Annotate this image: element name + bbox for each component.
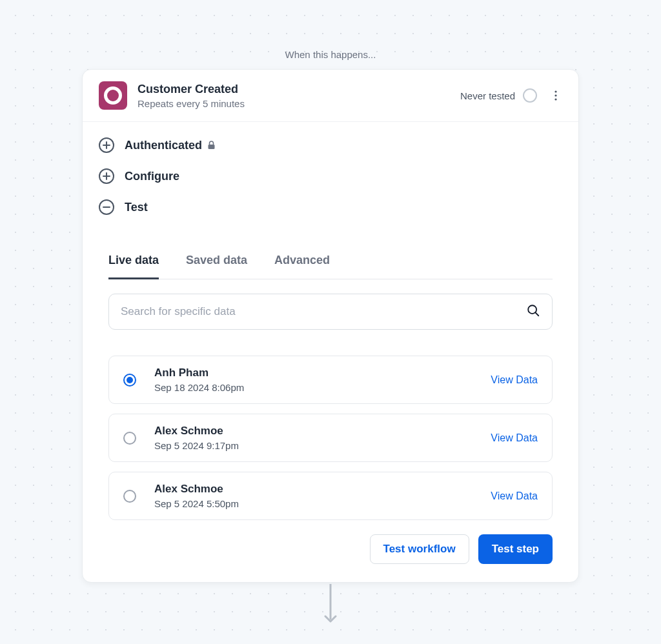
- view-data-link[interactable]: View Data: [491, 432, 538, 444]
- svg-rect-3: [208, 145, 215, 149]
- section-configure[interactable]: Configure: [83, 161, 578, 192]
- record-item[interactable]: Anh Pham Sep 18 2024 8:06pm View Data: [108, 356, 553, 404]
- section-authenticated[interactable]: Authenticated: [83, 130, 578, 161]
- header-texts: Customer Created Repeats every 5 minutes: [137, 83, 460, 109]
- search-input[interactable]: [121, 305, 526, 318]
- trigger-subtitle: Repeats every 5 minutes: [137, 98, 460, 109]
- minus-circle-icon: [99, 199, 114, 215]
- search-icon: [526, 303, 540, 320]
- search-wrap: [108, 294, 553, 330]
- svg-point-2: [554, 98, 556, 100]
- svg-point-1: [554, 94, 556, 96]
- test-workflow-button[interactable]: Test workflow: [370, 534, 469, 564]
- plus-circle-icon: [99, 137, 114, 153]
- record-list: Anh Pham Sep 18 2024 8:06pm View Data Al…: [108, 356, 553, 520]
- record-time: Sep 18 2024 8:06pm: [154, 382, 491, 393]
- lock-icon: [207, 141, 216, 150]
- plus-circle-icon: [99, 168, 114, 184]
- record-item[interactable]: Alex Schmoe Sep 5 2024 9:17pm View Data: [108, 414, 553, 462]
- test-step-button[interactable]: Test step: [478, 534, 553, 564]
- test-status-icon: [523, 88, 537, 103]
- trigger-card: Customer Created Repeats every 5 minutes…: [82, 69, 579, 583]
- canvas-label: When this happens...: [0, 0, 661, 69]
- kebab-icon: [554, 90, 557, 101]
- record-texts: Alex Schmoe Sep 5 2024 9:17pm: [154, 425, 491, 451]
- section-list: Authenticated Configure Test: [83, 122, 578, 228]
- section-label: Authenticated: [125, 139, 202, 152]
- record-time: Sep 5 2024 5:50pm: [154, 498, 491, 509]
- card-header: Customer Created Repeats every 5 minutes…: [83, 70, 578, 122]
- record-name: Anh Pham: [154, 367, 491, 379]
- svg-point-0: [554, 90, 556, 92]
- app-logo-icon: [99, 81, 127, 110]
- view-data-link[interactable]: View Data: [491, 374, 538, 386]
- arrow-down-icon: [323, 584, 338, 625]
- record-name: Alex Schmoe: [154, 425, 491, 438]
- record-radio[interactable]: [123, 432, 136, 445]
- record-time: Sep 5 2024 9:17pm: [154, 440, 491, 451]
- view-data-link[interactable]: View Data: [491, 490, 538, 502]
- record-item[interactable]: Alex Schmoe Sep 5 2024 5:50pm View Data: [108, 472, 553, 520]
- section-label: Configure: [125, 170, 179, 183]
- more-menu-button[interactable]: [547, 87, 564, 104]
- tab-live-data[interactable]: Live data: [108, 248, 159, 279]
- test-panel: Live data Saved data Advanced Anh Pham S…: [83, 248, 578, 520]
- tab-saved-data[interactable]: Saved data: [186, 248, 247, 279]
- tabs: Live data Saved data Advanced: [108, 248, 553, 279]
- tab-advanced[interactable]: Advanced: [274, 248, 330, 279]
- section-label: Test: [125, 201, 148, 214]
- action-bar: Test workflow Test step: [83, 520, 578, 582]
- record-texts: Anh Pham Sep 18 2024 8:06pm: [154, 367, 491, 393]
- connector-arrow: [0, 584, 661, 625]
- record-radio[interactable]: [123, 490, 136, 503]
- record-texts: Alex Schmoe Sep 5 2024 5:50pm: [154, 483, 491, 509]
- record-name: Alex Schmoe: [154, 483, 491, 496]
- record-radio[interactable]: [123, 374, 136, 387]
- test-status-text: Never tested: [460, 90, 515, 101]
- trigger-title: Customer Created: [137, 83, 460, 96]
- section-test[interactable]: Test: [83, 192, 578, 223]
